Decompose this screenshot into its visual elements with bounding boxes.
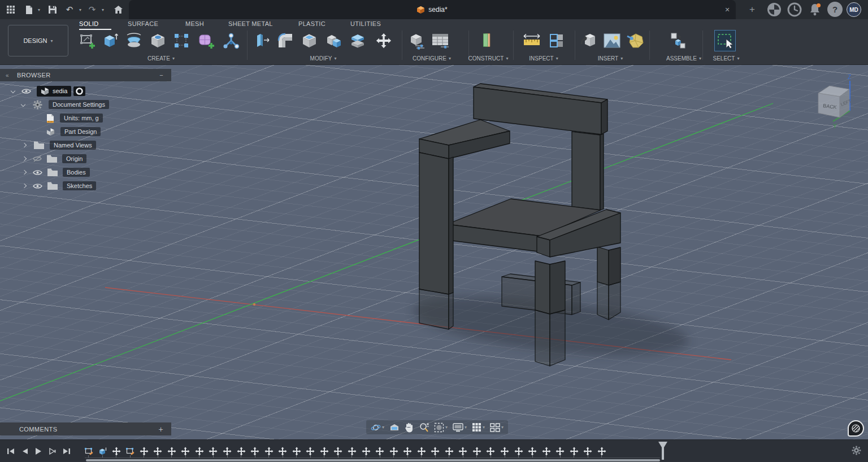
fillet-button[interactable]	[276, 31, 295, 50]
timeline-item-move[interactable]	[250, 446, 260, 456]
timeline-item-move[interactable]	[194, 446, 204, 456]
timeline-item-move[interactable]	[278, 446, 288, 456]
extrude-button[interactable]	[101, 31, 120, 50]
split-body-button[interactable]	[348, 31, 367, 50]
tab-surface[interactable]: SURFACE	[128, 20, 158, 29]
visibility-eye-icon[interactable]	[33, 183, 42, 189]
create-pcb-button[interactable]	[222, 31, 241, 50]
notifications-bell-icon[interactable]	[807, 2, 822, 17]
orbit-button[interactable]: ▾	[371, 422, 384, 433]
chevron-right-icon[interactable]	[22, 143, 27, 147]
backrest-side-face[interactable]	[601, 99, 607, 134]
tree-row-sketches[interactable]: Sketches	[0, 180, 96, 192]
front-leg-side-face[interactable]	[550, 261, 565, 314]
display-settings-button[interactable]: ▾	[453, 423, 467, 432]
active-component-radio[interactable]	[73, 86, 85, 96]
timeline-item-move[interactable]	[181, 446, 190, 456]
group-configure[interactable]: CONFIGURE▾	[403, 54, 460, 62]
left-leg-below-ground[interactable]	[419, 289, 453, 329]
insert-derive-button[interactable]	[579, 31, 598, 50]
timeline-step-back-button[interactable]	[19, 447, 31, 456]
front-leg-below-ground[interactable]	[535, 310, 565, 366]
pattern-button[interactable]	[172, 31, 191, 50]
visibility-off-eye-icon[interactable]	[32, 155, 42, 163]
timeline-item-move[interactable]	[361, 446, 371, 456]
app-grid-icon[interactable]	[5, 4, 17, 15]
tab-plastic[interactable]: PLASTIC	[298, 20, 326, 29]
timeline-item-move[interactable]	[486, 446, 496, 456]
left-leg-front-face[interactable]	[419, 152, 449, 294]
hole-button[interactable]	[148, 31, 167, 50]
home-icon[interactable]	[112, 4, 124, 15]
timeline-item-move[interactable]	[583, 446, 593, 456]
tree-row-named-views[interactable]: Named Views	[0, 139, 96, 151]
group-insert[interactable]: INSERT▾	[582, 54, 639, 62]
workspace-switcher[interactable]: DESIGN ▾	[8, 25, 68, 56]
visibility-eye-icon[interactable]	[33, 169, 42, 176]
rail-end-face[interactable]	[537, 237, 550, 257]
file-menu-caret[interactable]: ▾	[33, 4, 45, 15]
chevron-down-icon[interactable]	[21, 102, 25, 107]
combine-button[interactable]	[324, 31, 344, 50]
timeline-item-move[interactable]	[458, 446, 468, 456]
rear-leg-below-ground[interactable]	[597, 282, 620, 320]
document-close-icon[interactable]: ✕	[722, 5, 732, 15]
help-icon[interactable]: ?	[827, 2, 843, 17]
timeline-item-move[interactable]	[375, 446, 385, 456]
timeline-playhead[interactable]	[657, 442, 669, 460]
viewports-button[interactable]: ▾	[490, 423, 504, 432]
create-sketch-button[interactable]	[78, 31, 97, 50]
front-leg-front-face[interactable]	[535, 261, 550, 314]
comments-bar[interactable]: COMMENTS +	[0, 422, 171, 435]
browser-header[interactable]: « BROWSER −	[0, 69, 171, 81]
tab-sheet-metal[interactable]: SHEET METAL	[228, 20, 273, 29]
tree-row-bodies[interactable]: Bodies	[0, 166, 90, 178]
create-form-button[interactable]	[197, 31, 216, 50]
timeline-item-move[interactable]	[555, 446, 565, 456]
tree-row-component-sedia[interactable]: sedia	[0, 85, 85, 97]
timeline-item-move[interactable]	[403, 446, 413, 456]
timeline-item-move[interactable]	[167, 446, 176, 456]
revolve-button[interactable]	[124, 31, 144, 50]
extensions-icon[interactable]	[766, 2, 782, 17]
timeline-item-sketch[interactable]	[84, 446, 93, 456]
tree-row-units[interactable]: Units: mm, g	[0, 112, 103, 124]
timeline-item-move[interactable]	[541, 446, 551, 456]
chevron-down-icon[interactable]	[11, 89, 15, 93]
collapse-panel-icon[interactable]: «	[6, 72, 9, 79]
add-comment-icon[interactable]: +	[158, 425, 163, 434]
timeline-item-move[interactable]	[139, 446, 149, 456]
timeline-item-move[interactable]	[209, 446, 218, 456]
left-leg-side-face[interactable]	[449, 157, 453, 294]
new-component-button[interactable]	[668, 31, 687, 50]
timeline-item-move[interactable]	[153, 446, 163, 456]
new-tab-icon[interactable]: +	[746, 4, 758, 15]
y-axis-line[interactable]	[0, 103, 773, 401]
timeline-item-move[interactable]	[389, 446, 398, 456]
timeline-item-move[interactable]	[223, 446, 232, 456]
pan-button[interactable]	[405, 422, 414, 433]
configuration-table-button[interactable]	[431, 31, 450, 50]
undo-caret[interactable]: ▾	[74, 4, 86, 15]
timeline-skip-start-button[interactable]	[5, 447, 16, 456]
avatar[interactable]: MD	[847, 2, 861, 17]
timeline-item-move[interactable]	[319, 446, 329, 456]
tree-row-document-settings[interactable]: Document Settings	[0, 98, 109, 111]
press-pull-button[interactable]	[252, 31, 271, 50]
assistant-bubble[interactable]	[848, 420, 864, 437]
tab-mesh[interactable]: MESH	[185, 20, 204, 29]
timeline-item-move[interactable]	[292, 446, 301, 456]
shell-button[interactable]	[300, 31, 319, 50]
timeline-item-move[interactable]	[597, 446, 606, 456]
canvas-image-button[interactable]	[602, 31, 622, 50]
interference-button[interactable]	[547, 31, 566, 50]
timeline-item-move[interactable]	[472, 446, 481, 456]
insert-mesh-button[interactable]	[626, 31, 645, 50]
save-icon[interactable]	[46, 4, 59, 15]
tree-row-origin[interactable]: Origin	[0, 152, 86, 165]
rear-leg-side-face[interactable]	[609, 247, 620, 285]
move-copy-button[interactable]	[374, 31, 393, 50]
timeline-item-move[interactable]	[236, 446, 246, 456]
grid-snap-button[interactable]: ▾	[472, 422, 485, 432]
timeline-item-move[interactable]	[500, 446, 510, 456]
